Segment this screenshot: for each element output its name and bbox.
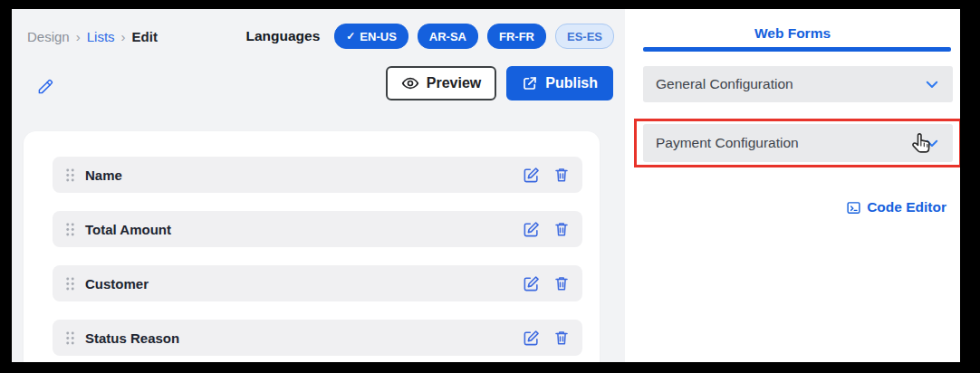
field-label: Total Amount — [85, 222, 523, 237]
breadcrumb-separator: › — [121, 29, 126, 44]
eye-icon — [401, 74, 419, 92]
header-bar: Design › Lists › Edit Languages ✓ EN-US … — [12, 9, 625, 49]
chevron-down-icon[interactable] — [924, 76, 940, 92]
panel-title: Web Forms — [625, 25, 960, 42]
language-badge-fr-fr[interactable]: FR-FR — [487, 24, 546, 49]
field-row-customer: Customer — [53, 265, 582, 301]
check-icon: ✓ — [346, 30, 355, 43]
trash-icon — [553, 167, 570, 183]
language-badge-ar-sa[interactable]: AR-SA — [418, 24, 478, 49]
field-label: Customer — [85, 276, 523, 292]
delete-field-button[interactable] — [553, 275, 570, 292]
delete-field-button[interactable] — [553, 221, 570, 237]
breadcrumb: Design › Lists › Edit — [27, 29, 245, 44]
form-fields-card: Name — [24, 131, 600, 362]
breadcrumb-separator: › — [76, 29, 81, 44]
language-badge-label: EN-US — [360, 30, 396, 43]
delete-field-button[interactable] — [553, 330, 570, 346]
payment-configuration-highlight: Payment Configuration — [634, 119, 960, 167]
drag-handle-icon[interactable] — [65, 276, 75, 292]
section-label: Payment Configuration — [656, 135, 799, 151]
field-row-status-reason: Status Reason — [53, 320, 582, 356]
section-general-configuration[interactable]: General Configuration — [643, 66, 953, 102]
chevron-down-icon[interactable] — [924, 135, 940, 151]
trash-icon — [553, 221, 570, 237]
section-payment-configuration[interactable]: Payment Configuration — [643, 124, 953, 162]
publish-button-label: Publish — [545, 75, 598, 91]
edit-field-button[interactable] — [523, 275, 540, 292]
edit-field-button[interactable] — [523, 330, 540, 347]
field-row-name: Name — [53, 157, 582, 193]
breadcrumb-lists[interactable]: Lists — [87, 29, 115, 44]
edit-icon — [523, 167, 540, 184]
publish-icon — [522, 75, 538, 91]
code-editor-link[interactable]: Code Editor — [846, 199, 946, 215]
language-badge-label: AR-SA — [429, 30, 466, 43]
languages-label: Languages — [245, 28, 320, 44]
trash-icon — [553, 330, 570, 346]
drag-handle-icon[interactable] — [65, 167, 75, 183]
language-badge-label: FR-FR — [499, 30, 534, 43]
trash-icon — [553, 275, 570, 292]
toolbar: Preview Publish — [386, 66, 613, 100]
delete-field-button[interactable] — [553, 167, 570, 183]
field-label: Status Reason — [85, 330, 523, 346]
form-editor-area: Design › Lists › Edit Languages ✓ EN-US … — [12, 9, 625, 362]
field-row-total-amount: Total Amount — [53, 211, 582, 247]
language-badge-label: ES-ES — [567, 30, 602, 43]
pencil-icon — [37, 78, 54, 95]
web-forms-panel: Web Forms General Configuration Payment … — [625, 9, 960, 362]
edit-icon — [523, 275, 540, 292]
language-selector: Languages ✓ EN-US AR-SA FR-FR ES-ES — [245, 24, 614, 49]
preview-button[interactable]: Preview — [386, 66, 496, 100]
drag-handle-icon[interactable] — [65, 222, 75, 237]
panel-title-underline — [643, 47, 951, 52]
breadcrumb-edit: Edit — [132, 29, 158, 44]
drag-handle-icon[interactable] — [65, 330, 75, 346]
edit-field-button[interactable] — [523, 221, 540, 238]
language-badge-en-us[interactable]: ✓ EN-US — [334, 24, 408, 49]
field-label: Name — [85, 167, 523, 183]
code-editor-icon — [846, 200, 861, 215]
publish-button[interactable]: Publish — [506, 66, 613, 100]
edit-icon — [523, 221, 540, 238]
breadcrumb-design[interactable]: Design — [27, 29, 70, 44]
section-label: General Configuration — [656, 76, 793, 92]
edit-field-button[interactable] — [523, 167, 540, 184]
app-window: Design › Lists › Edit Languages ✓ EN-US … — [12, 9, 960, 362]
preview-button-label: Preview — [427, 75, 481, 91]
code-editor-label: Code Editor — [867, 199, 946, 215]
language-badge-es-es[interactable]: ES-ES — [555, 24, 614, 49]
edit-icon — [523, 330, 540, 347]
edit-title-button[interactable] — [37, 78, 54, 95]
